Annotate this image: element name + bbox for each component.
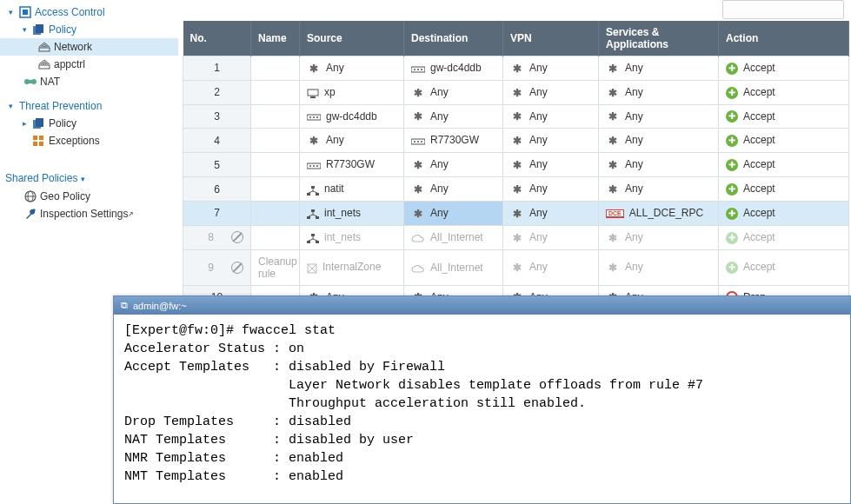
cell-services[interactable]: ✱Any xyxy=(599,153,719,177)
cell-no[interactable]: 5 xyxy=(183,153,251,177)
cell-action[interactable]: ✚Accept xyxy=(719,249,849,285)
cell-name[interactable] xyxy=(251,177,300,202)
cell-services[interactable]: ✱Any xyxy=(599,177,719,202)
cell-action[interactable]: ✚Accept xyxy=(719,153,849,177)
cell-action[interactable]: ✚Accept xyxy=(719,177,849,202)
accept-icon: ✚ xyxy=(726,208,738,220)
shared-policies-header[interactable]: Shared Policies ▾ xyxy=(0,165,178,188)
cell-source[interactable]: xp xyxy=(300,80,404,104)
cell-name[interactable] xyxy=(251,153,300,177)
col-vpn[interactable]: VPN xyxy=(503,21,599,56)
cell-source[interactable]: gw-dc4ddb xyxy=(300,104,404,129)
nav-policy[interactable]: ▾ Policy xyxy=(0,21,178,38)
col-destination[interactable]: Destination xyxy=(404,21,503,56)
cell-destination[interactable]: All_Internet xyxy=(404,249,503,285)
cell-no[interactable]: 1 xyxy=(183,56,251,81)
terminal-titlebar[interactable]: ⧉ admin@fw:~ xyxy=(114,296,850,315)
cell-source[interactable]: int_nets xyxy=(300,201,404,225)
cell-action[interactable]: ✚Accept xyxy=(719,129,849,153)
table-row[interactable]: 7int_nets✱Any✱AnyDCEALL_DCE_RPC✚Accept xyxy=(183,201,849,225)
nav-exceptions[interactable]: Exceptions xyxy=(0,132,178,149)
svg-rect-50 xyxy=(316,241,319,243)
rules-table: No. Name Source Destination VPN Services… xyxy=(183,21,849,309)
table-row[interactable]: 5R7730GW✱Any✱Any✱Any✚Accept xyxy=(183,153,849,177)
cell-vpn[interactable]: ✱Any xyxy=(503,104,599,129)
cell-name[interactable] xyxy=(251,129,300,153)
cell-vpn[interactable]: ✱Any xyxy=(503,129,599,153)
cell-no[interactable]: 4 xyxy=(183,129,251,153)
cell-destination[interactable]: ✱Any xyxy=(404,201,503,225)
cell-action[interactable]: ✚Accept xyxy=(719,201,849,225)
cell-destination[interactable]: R7730GW xyxy=(404,129,503,153)
svg-rect-48 xyxy=(311,234,315,236)
cell-destination[interactable]: All_Internet xyxy=(404,225,503,249)
cell-source[interactable]: InternalZone xyxy=(300,249,404,285)
cell-vpn[interactable]: ✱Any xyxy=(503,201,599,225)
cell-no[interactable]: 3 xyxy=(183,104,251,129)
cell-source[interactable]: ✱Any xyxy=(300,56,404,81)
table-row[interactable]: 3gw-dc4ddb✱Any✱Any✱Any✚Accept xyxy=(183,104,849,129)
cell-no[interactable]: 8 xyxy=(183,225,251,249)
terminal-output[interactable]: [Expert@fw:0]# fwaccel stat Accelerator … xyxy=(114,315,850,493)
cell-no[interactable]: 9 xyxy=(183,249,251,285)
cell-source[interactable]: natit xyxy=(300,177,404,202)
cell-destination[interactable]: ✱Any xyxy=(404,80,503,104)
cell-action[interactable]: ✚Accept xyxy=(719,56,849,81)
cell-destination[interactable]: ✱Any xyxy=(404,104,503,129)
cell-source[interactable]: ✱Any xyxy=(300,129,404,153)
table-row[interactable]: 8int_netsAll_Internet✱Any✱Any✚Accept xyxy=(183,225,849,249)
nav-access-control[interactable]: ▾ Access Control xyxy=(0,3,178,21)
cell-name[interactable]: Cleanup rule xyxy=(251,249,300,285)
cell-services[interactable]: ✱Any xyxy=(599,80,719,104)
toolbar-buttons[interactable] xyxy=(722,0,844,19)
cell-vpn[interactable]: ✱Any xyxy=(503,56,599,81)
col-action[interactable]: Action xyxy=(719,21,849,56)
table-row[interactable]: 2xp✱Any✱Any✱Any✚Accept xyxy=(183,80,849,104)
cell-name[interactable] xyxy=(251,225,300,249)
cell-action[interactable]: ✚Accept xyxy=(719,80,849,104)
cell-vpn[interactable]: ✱Any xyxy=(503,249,599,285)
cell-action[interactable]: ✚Accept xyxy=(719,104,849,129)
cell-services[interactable]: ✱Any xyxy=(599,225,719,249)
cell-vpn[interactable]: ✱Any xyxy=(503,153,599,177)
table-row[interactable]: 4✱AnyR7730GW✱Any✱Any✚Accept xyxy=(183,129,849,153)
cell-name[interactable] xyxy=(251,80,300,104)
cell-action[interactable]: ✚Accept xyxy=(719,225,849,249)
cell-name[interactable] xyxy=(251,104,300,129)
svg-rect-1 xyxy=(23,10,28,15)
table-row[interactable]: 9Cleanup ruleInternalZoneAll_Internet✱An… xyxy=(183,249,849,285)
cell-source[interactable]: R7730GW xyxy=(300,153,404,177)
cell-services[interactable]: ✱Any xyxy=(599,249,719,285)
cell-services[interactable]: ✱Any xyxy=(599,104,719,129)
cell-destination[interactable]: ✱Any xyxy=(404,177,503,202)
nav-network[interactable]: Network xyxy=(0,38,178,56)
any-icon: ✱ xyxy=(606,87,620,99)
nav-geo-policy[interactable]: Geo Policy xyxy=(0,188,178,205)
cell-name[interactable] xyxy=(251,201,300,225)
nav-inspection-settings[interactable]: Inspection Settings ↗ xyxy=(0,205,178,222)
col-no[interactable]: No. xyxy=(183,21,251,56)
nav-label: Policy xyxy=(49,117,76,129)
cell-source[interactable]: int_nets xyxy=(300,225,404,249)
cell-name[interactable] xyxy=(251,56,300,81)
cell-vpn[interactable]: ✱Any xyxy=(503,80,599,104)
cell-destination[interactable]: gw-dc4ddb xyxy=(404,56,503,81)
col-name[interactable]: Name xyxy=(251,21,300,56)
cell-destination[interactable]: ✱Any xyxy=(404,153,503,177)
table-row[interactable]: 1✱Anygw-dc4ddb✱Any✱Any✚Accept xyxy=(183,56,849,81)
nav-appctrl[interactable]: appctrl xyxy=(0,56,178,73)
nav-nat[interactable]: NAT xyxy=(0,73,178,90)
cell-vpn[interactable]: ✱Any xyxy=(503,225,599,249)
cell-no[interactable]: 7 xyxy=(183,201,251,225)
cell-services[interactable]: DCEALL_DCE_RPC xyxy=(599,201,719,225)
cell-no[interactable]: 6 xyxy=(183,177,251,202)
table-row[interactable]: 6natit✱Any✱Any✱Any✚Accept xyxy=(183,177,849,202)
cell-no[interactable]: 2 xyxy=(183,80,251,104)
cell-vpn[interactable]: ✱Any xyxy=(503,177,599,202)
col-source[interactable]: Source xyxy=(300,21,404,56)
col-services[interactable]: Services & Applications xyxy=(599,21,719,56)
nav-tp-policy[interactable]: ▸ Policy xyxy=(0,115,178,132)
cell-services[interactable]: ✱Any xyxy=(599,56,719,81)
nav-threat-prevention[interactable]: ▾ Threat Prevention xyxy=(0,97,178,115)
cell-services[interactable]: ✱Any xyxy=(599,129,719,153)
